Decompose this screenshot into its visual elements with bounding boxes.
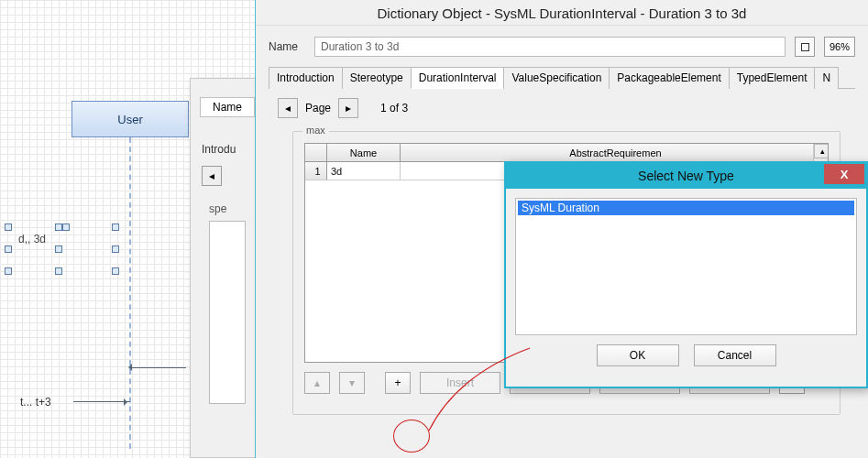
- message-arrow-out: [129, 367, 186, 368]
- selection-handle[interactable]: [112, 245, 119, 253]
- grid-corner: [305, 144, 327, 161]
- close-icon: X: [841, 168, 849, 181]
- page-count: 1 of 3: [380, 102, 408, 114]
- triangle-right-icon: ▸: [346, 102, 351, 114]
- page-next-button[interactable]: ▸: [338, 98, 358, 118]
- tab-durationinterval[interactable]: DurationInterval: [411, 67, 505, 89]
- triangle-left-icon: ◂: [209, 169, 214, 182]
- arrow-head-icon: [125, 364, 132, 371]
- plus-icon: +: [394, 376, 401, 389]
- cancel-button[interactable]: Cancel: [694, 344, 776, 366]
- tab-introduction[interactable]: Introduction: [269, 67, 343, 89]
- time-label[interactable]: t... t+3: [20, 396, 51, 409]
- triangle-left-icon: ◂: [285, 102, 291, 114]
- selection-handle[interactable]: [112, 267, 119, 275]
- tab-bar: Introduction Stereotype DurationInterval…: [269, 66, 855, 89]
- add-button[interactable]: +: [385, 372, 411, 394]
- selection-handle[interactable]: [5, 224, 12, 231]
- name-input[interactable]: [314, 37, 786, 57]
- user-box-label: User: [117, 113, 142, 126]
- message-arrow-in: [73, 401, 130, 402]
- selection-handle[interactable]: [55, 245, 62, 253]
- expand-button[interactable]: [795, 37, 815, 57]
- page-label: Page: [305, 102, 331, 114]
- grid-row-number: 1: [305, 162, 327, 180]
- tab-valuespecification[interactable]: ValueSpecification: [503, 67, 610, 89]
- group-title: max: [302, 125, 329, 136]
- selection-handle[interactable]: [5, 245, 12, 253]
- select-type-title: Select New Type: [638, 169, 734, 183]
- type-listbox[interactable]: SysML Duration: [515, 198, 857, 335]
- select-type-titlebar[interactable]: Select New Type X: [506, 163, 866, 189]
- select-new-type-dialog: Select New Type X SysML Duration OK Canc…: [504, 161, 868, 388]
- duration-label[interactable]: d,, 3d: [18, 233, 46, 245]
- zoom-value: 96%: [830, 41, 850, 52]
- tab-stereotype[interactable]: Stereotype: [342, 67, 412, 89]
- bg-page-prev-button: ◂: [202, 166, 222, 186]
- selection-handle[interactable]: [62, 224, 70, 231]
- grid-header-row: Name AbstractRequiremen: [305, 144, 828, 162]
- selection-handle[interactable]: [55, 224, 62, 231]
- zoom-button[interactable]: 96%: [824, 37, 855, 57]
- move-up-button[interactable]: ▴: [304, 372, 330, 394]
- scroll-up-button[interactable]: ▴: [814, 144, 829, 158]
- move-down-button[interactable]: ▾: [339, 372, 365, 394]
- insert-button[interactable]: Insert: [420, 372, 500, 394]
- square-icon: [801, 43, 809, 51]
- bg-group-label: spe: [209, 202, 226, 215]
- close-button[interactable]: X: [824, 164, 864, 184]
- grid-col-abstract[interactable]: AbstractRequiremen: [401, 144, 828, 161]
- grid-col-name[interactable]: Name: [327, 144, 401, 161]
- bg-grid: [209, 221, 246, 404]
- tab-more[interactable]: N: [814, 67, 839, 89]
- tab-typedelement[interactable]: TypedElement: [729, 67, 816, 89]
- tab-packageableelement[interactable]: PackageableElement: [609, 67, 729, 89]
- triangle-down-icon: ▾: [349, 376, 355, 389]
- selection-handle[interactable]: [112, 224, 119, 231]
- ok-button[interactable]: OK: [597, 344, 679, 366]
- selection-handle[interactable]: [55, 267, 62, 275]
- page-prev-button[interactable]: ◂: [278, 98, 298, 118]
- user-lifeline-head[interactable]: User: [71, 101, 189, 137]
- grid-cell-name[interactable]: 3d: [327, 162, 401, 180]
- bg-column-header: Name: [200, 97, 255, 117]
- bg-tab-fragment: Introdu: [202, 143, 236, 156]
- triangle-up-icon: ▴: [314, 376, 320, 389]
- name-field-label: Name: [269, 40, 305, 53]
- list-item[interactable]: SysML Duration: [518, 201, 854, 215]
- dialog-title: Dictionary Object - SysML DurationInterv…: [256, 0, 868, 26]
- selection-handle[interactable]: [5, 267, 12, 275]
